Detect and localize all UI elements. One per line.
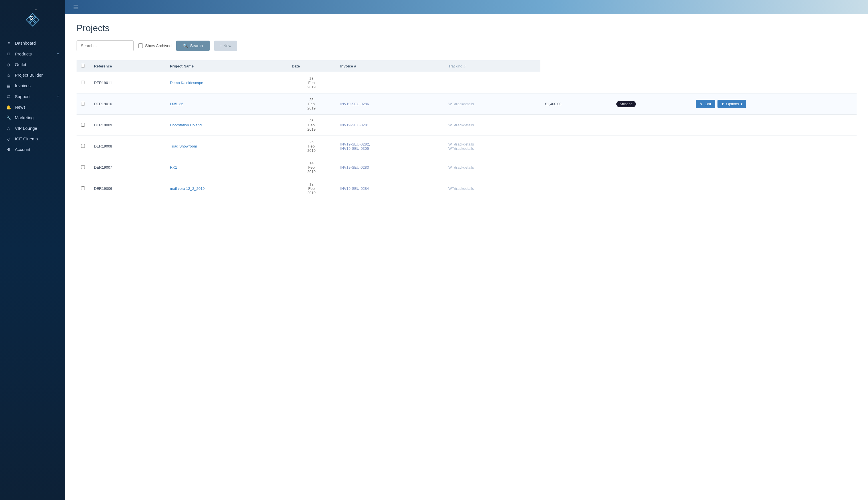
project-name-link[interactable]: RK1 bbox=[170, 165, 177, 170]
sidebar-item-products[interactable]: □ Products + bbox=[0, 48, 65, 59]
cell-date: 25Feb2019 bbox=[288, 115, 336, 136]
select-all-checkbox[interactable] bbox=[81, 64, 85, 67]
sidebar-item-label: News bbox=[15, 105, 59, 110]
sidebar-item-label: Invoices bbox=[15, 83, 59, 88]
tracking-link[interactable]: WT/trackdetails bbox=[448, 123, 474, 127]
show-archived-label[interactable]: Show Archived bbox=[138, 44, 172, 48]
row-checkbox[interactable] bbox=[81, 144, 85, 148]
cell-date: 14Feb2019 bbox=[288, 157, 336, 178]
edit-icon: ✎ bbox=[700, 102, 703, 106]
th-reference: Reference bbox=[90, 60, 165, 72]
sidebar-item-dashboard[interactable]: ≡ Dashboard bbox=[0, 38, 65, 48]
products-expand-icon[interactable]: + bbox=[57, 51, 59, 56]
invoices-icon: ▤ bbox=[6, 83, 11, 88]
invoice-link[interactable]: INV19-SEU-0282, bbox=[340, 142, 370, 146]
sidebar-item-label: Marketing bbox=[15, 115, 59, 120]
edit-button[interactable]: ✎ Edit bbox=[696, 100, 715, 108]
cell-tracking bbox=[444, 72, 540, 93]
options-button[interactable]: ▼ Options ▾ bbox=[717, 100, 746, 108]
cell-actions: ✎ Edit ▼ Options ▾ bbox=[691, 93, 857, 115]
invoice-link[interactable]: INV19-SEU-0281 bbox=[340, 123, 369, 127]
filter-icon: ▼ bbox=[721, 102, 725, 106]
cell-tracking: WT/trackdetails bbox=[444, 178, 540, 199]
cell-invoice: INV19-SEU-0282, INV19-SEU-0305 bbox=[336, 136, 444, 157]
row-checkbox[interactable] bbox=[81, 102, 85, 105]
nav-menu: ≡ Dashboard □ Products + ◇ Outlet ⌂ Proj… bbox=[0, 35, 65, 500]
row-checkbox-cell bbox=[77, 178, 90, 199]
dashboard-icon: ≡ bbox=[6, 41, 11, 45]
cell-date: 12Feb2019 bbox=[288, 178, 336, 199]
toolbar: Show Archived 🔍 Search + New bbox=[77, 40, 857, 51]
invoice-link[interactable]: INV19-SEU-0284 bbox=[340, 186, 369, 191]
sidebar-item-account[interactable]: ⚙ Account bbox=[0, 144, 65, 155]
row-checkbox[interactable] bbox=[81, 81, 85, 84]
tracking-link[interactable]: WT/trackdetails bbox=[448, 142, 474, 146]
cell-amount: €1,400.00 bbox=[540, 93, 612, 115]
invoice-link[interactable]: INV19-SEU-0283 bbox=[340, 165, 369, 170]
outlet-icon: ◇ bbox=[6, 62, 11, 67]
sidebar-item-label: Products bbox=[15, 52, 57, 56]
sidebar-item-project-builder[interactable]: ⌂ Project Builder bbox=[0, 70, 65, 80]
sidebar-item-invoices[interactable]: ▤ Invoices bbox=[0, 80, 65, 91]
tracking-link[interactable]: WT/trackdetails bbox=[448, 102, 474, 106]
row-checkbox-cell bbox=[77, 93, 90, 115]
products-icon: □ bbox=[6, 52, 11, 56]
sidebar-item-news[interactable]: 🔔 News bbox=[0, 102, 65, 112]
news-icon: 🔔 bbox=[6, 105, 11, 110]
project-name-link[interactable]: Lt35_36 bbox=[170, 102, 183, 106]
cell-project-name: Triad Showroom bbox=[165, 136, 288, 157]
date-value: 25Feb2019 bbox=[292, 98, 331, 110]
content-area: Projects Show Archived 🔍 Search + New bbox=[65, 14, 868, 500]
reference-value: DER19009 bbox=[94, 123, 112, 127]
sidebar-item-ice-cinema[interactable]: ◇ ICE Cinema bbox=[0, 134, 65, 144]
tracking-link[interactable]: WT/trackdetails bbox=[448, 165, 474, 170]
row-checkbox[interactable] bbox=[81, 123, 85, 127]
sidebar-item-marketing[interactable]: 🔧 Marketing bbox=[0, 112, 65, 123]
cell-status: Shipped bbox=[612, 93, 691, 115]
sidebar-item-outlet[interactable]: ◇ Outlet bbox=[0, 59, 65, 70]
sidebar-item-vip-lounge[interactable]: △ VIP Lounge bbox=[0, 123, 65, 134]
cell-invoice: INV19-SEU-0286 bbox=[336, 93, 444, 115]
show-archived-checkbox[interactable] bbox=[138, 44, 143, 48]
cell-reference: DER19007 bbox=[90, 157, 165, 178]
support-expand-icon[interactable]: + bbox=[57, 94, 59, 99]
sidebar-item-label: Account bbox=[15, 147, 59, 152]
sidebar-item-support[interactable]: ◎ Support + bbox=[0, 91, 65, 102]
cell-project-name: mail vera 12_2_2019 bbox=[165, 178, 288, 199]
add-button-label: + New bbox=[220, 44, 231, 48]
vip-lounge-icon: △ bbox=[6, 126, 11, 130]
chevron-down-icon: ▾ bbox=[741, 102, 743, 106]
project-name-link[interactable]: mail vera 12_2_2019 bbox=[170, 186, 204, 191]
reference-value: DER19007 bbox=[94, 165, 112, 170]
invoice-link-2[interactable]: INV19-SEU-0305 bbox=[340, 146, 369, 151]
hamburger-menu[interactable]: ☰ bbox=[71, 2, 81, 12]
th-project-name: Project Name bbox=[165, 60, 288, 72]
support-icon: ◎ bbox=[6, 94, 11, 99]
table-header-row: Reference Project Name Date Invoice # Tr… bbox=[77, 60, 857, 72]
search-input[interactable] bbox=[77, 40, 134, 51]
search-button[interactable]: 🔍 Search bbox=[176, 41, 210, 51]
cell-invoice: INV19-SEU-0281 bbox=[336, 115, 444, 136]
app-logo: G ™ bbox=[21, 7, 44, 30]
project-name-link[interactable]: Demo Kaleidescape bbox=[170, 81, 203, 85]
cell-tracking: WT/trackdetails bbox=[444, 93, 540, 115]
cell-tracking: WT/trackdetails bbox=[444, 115, 540, 136]
row-checkbox[interactable] bbox=[81, 186, 85, 190]
th-date: Date bbox=[288, 60, 336, 72]
cell-date: 28Feb2019 bbox=[288, 72, 336, 93]
invoice-link[interactable]: INV19-SEU-0286 bbox=[340, 102, 369, 106]
cell-date: 25Feb2019 bbox=[288, 136, 336, 157]
tracking-link-2[interactable]: WT/trackdetails bbox=[448, 146, 474, 151]
tracking-link[interactable]: WT/trackdetails bbox=[448, 186, 474, 191]
project-name-link[interactable]: Doorstation Holand bbox=[170, 123, 202, 127]
cell-reference: DER19009 bbox=[90, 115, 165, 136]
table-row: DER19007 RK1 14Feb2019 INV19-SEU-0283 WT… bbox=[77, 157, 857, 178]
cell-invoice: INV19-SEU-0284 bbox=[336, 178, 444, 199]
row-checkbox[interactable] bbox=[81, 165, 85, 169]
reference-value: DER19011 bbox=[94, 81, 112, 85]
marketing-icon: 🔧 bbox=[6, 115, 11, 120]
add-button[interactable]: + New bbox=[214, 41, 237, 51]
table-row: DER19009 Doorstation Holand 25Feb2019 IN… bbox=[77, 115, 857, 136]
project-name-link[interactable]: Triad Showroom bbox=[170, 144, 197, 148]
cell-reference: DER19010 bbox=[90, 93, 165, 115]
